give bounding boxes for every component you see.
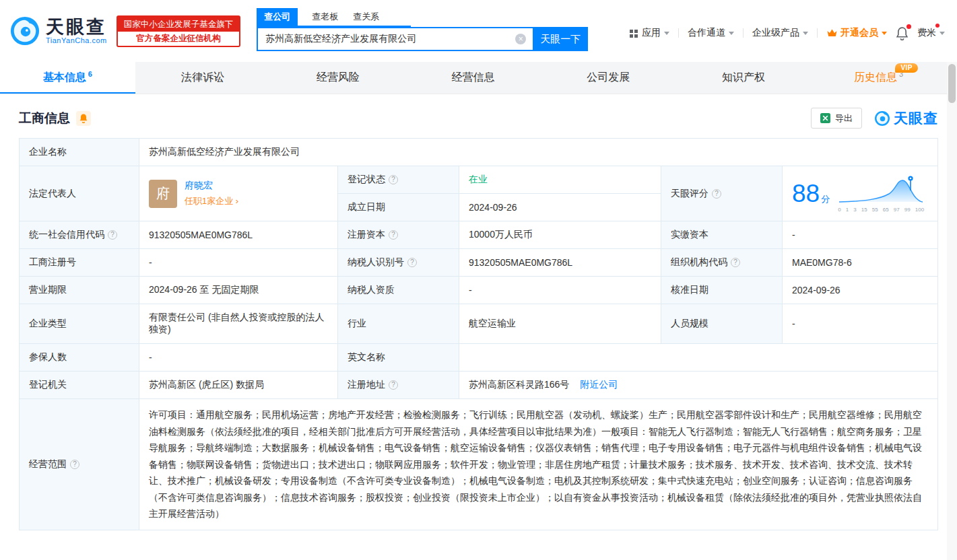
industry-value: 航空运输业 <box>459 304 661 344</box>
tab-history-info[interactable]: 历史信息 3 VIP <box>811 62 946 94</box>
search-tab-relation[interactable]: 查关系 <box>352 8 380 26</box>
business-scope-value: 许可项目：通用航空服务；民用机场运营；房地产开发经营；检验检测服务；飞行训练；民… <box>139 399 938 530</box>
section-title: 工商信息 <box>19 110 70 127</box>
field-label-text: 注册地址 <box>348 379 385 390</box>
nav-partner[interactable]: 合作通道 <box>688 27 734 39</box>
search-input[interactable] <box>257 27 533 51</box>
page-scrollbar[interactable] <box>947 62 957 560</box>
field-label-address: 注册地址 <box>338 372 459 399</box>
chevron-down-icon <box>664 32 669 38</box>
field-label-text: 纳税人识别号 <box>348 256 404 267</box>
export-label: 导出 <box>835 112 853 125</box>
info-icon[interactable] <box>731 258 740 267</box>
nav-vip-label: 开通会员 <box>840 27 878 39</box>
monitor-bell-button[interactable] <box>76 111 91 126</box>
apps-grid-icon <box>630 30 633 33</box>
field-label-reg-no: 工商注册号 <box>20 249 139 277</box>
notifications-button[interactable] <box>896 26 909 40</box>
field-label-reg-status: 登记状态 <box>338 166 459 194</box>
legal-rep-companies-link[interactable]: 任职1家企业 › <box>185 195 238 207</box>
legal-rep-avatar[interactable]: 府 <box>149 180 177 208</box>
main-content: 工商信息 导出 天眼查 <box>0 94 957 530</box>
nearby-companies-link[interactable]: 附近公司 <box>580 379 618 390</box>
axis-tick: 100 <box>915 207 924 213</box>
nav-apps[interactable]: 应用 <box>630 27 669 39</box>
tab-business-info[interactable]: 经营信息 <box>405 62 541 94</box>
watermark-text: 天眼查 <box>894 109 938 128</box>
nav-partner-label: 合作通道 <box>688 27 725 39</box>
axis-tick: 97 <box>894 207 900 213</box>
search-tabs: 查公司 查老板 查关系 <box>257 8 411 27</box>
info-icon[interactable] <box>712 189 721 199</box>
search-tab-boss[interactable]: 查老板 <box>311 8 339 26</box>
score-unit: 分 <box>821 194 830 204</box>
taxpayer-id-value: 91320505MAE0MG786L <box>459 249 661 277</box>
legal-rep-cell: 府 府晓宏 任职1家企业 › <box>139 166 338 221</box>
nav-user[interactable]: 费米 <box>917 27 945 39</box>
tab-operational-risk[interactable]: 经营风险 <box>270 62 405 94</box>
field-label-company-type: 企业类型 <box>20 304 139 344</box>
field-label-taxpayer-quality: 纳税人资质 <box>338 277 459 304</box>
axis-tick: 1 <box>846 207 849 213</box>
monitor-bell-icon <box>79 113 88 123</box>
search-tab-company[interactable]: 查公司 <box>257 8 298 26</box>
search-button[interactable]: 天眼一下 <box>533 27 588 51</box>
tab-label: 经营风险 <box>317 71 360 85</box>
insured-value: - <box>139 344 338 372</box>
scrollbar-thumb[interactable] <box>948 64 956 103</box>
legal-rep-name-link[interactable]: 府晓宏 <box>185 180 238 192</box>
info-icon[interactable] <box>70 460 79 469</box>
field-label-establish-date: 成立日期 <box>338 194 459 221</box>
tianyancha-logo[interactable]: 天眼查 TianYanCha.com <box>9 15 107 46</box>
field-label-text: 天眼评分 <box>671 188 708 199</box>
address-cell: 苏州高新区科灵路166号 附近公司 <box>459 372 938 399</box>
header-nav: 应用 合作通道 企业级产品 开通会员 <box>630 26 945 40</box>
cert-line-2: 官方备案企业征信机构 <box>118 32 240 46</box>
tab-legal-litigation[interactable]: 法律诉讼 <box>135 62 271 94</box>
table-row: 工商注册号 - 纳税人识别号 91320505MAE0MG786L 组织机构代码… <box>20 249 938 277</box>
excel-icon <box>820 113 830 123</box>
tab-label: 公司发展 <box>587 71 630 85</box>
field-label-reg-capital: 注册资本 <box>338 221 459 249</box>
axis-tick: 15 <box>861 207 867 213</box>
axis-tick: 3 <box>853 207 856 213</box>
axis-tick: 65 <box>883 207 889 213</box>
info-icon[interactable] <box>389 380 398 390</box>
taxpayer-quality-value: - <box>459 277 661 304</box>
field-label-industry: 行业 <box>338 304 459 344</box>
logo-text: 天眼查 <box>46 18 107 36</box>
export-button[interactable]: 导出 <box>811 108 862 129</box>
info-icon[interactable] <box>407 258 417 267</box>
nav-vip-upgrade[interactable]: 开通会员 <box>826 27 887 39</box>
section-header: 工商信息 导出 天眼查 <box>19 108 938 129</box>
tab-basic-info[interactable]: 基本信息 6 <box>0 62 135 94</box>
top-header: 天眼查 TianYanCha.com 国家中小企业发展子基金旗下 官方备案企业征… <box>0 0 957 62</box>
tab-intellectual-property[interactable]: 知识产权 <box>676 62 812 94</box>
nav-enterprise[interactable]: 企业级产品 <box>752 27 808 39</box>
vip-badge: VIP <box>895 63 918 73</box>
tab-label: 经营信息 <box>452 71 495 85</box>
info-icon[interactable] <box>108 230 117 240</box>
approve-date-value: 2024-09-26 <box>783 277 938 304</box>
score-value-block: 88分 <box>792 181 830 206</box>
field-label-text: 经营范围 <box>29 458 67 469</box>
table-row: 企业名称 苏州高新低空经济产业发展有限公司 <box>20 139 938 166</box>
field-label-scope: 经营范围 <box>20 399 139 530</box>
score-cell: 88分 <box>783 166 938 221</box>
field-label-legal-rep: 法定代表人 <box>20 166 139 221</box>
score-chart: 0 1 3 15 55 65 97 99 100 <box>838 174 924 213</box>
logo-domain: TianYanCha.com <box>46 36 107 44</box>
tab-company-development[interactable]: 公司发展 <box>541 62 676 94</box>
nav-user-label: 费米 <box>917 27 936 39</box>
nav-divider <box>817 28 818 38</box>
table-row: 经营范围 许可项目：通用航空服务；民用机场运营；房地产开发经营；检验检测服务；飞… <box>20 399 938 530</box>
info-icon[interactable] <box>389 230 398 240</box>
field-label-insured: 参保人数 <box>20 344 139 372</box>
info-icon[interactable] <box>389 175 398 184</box>
term-value: 2024-09-26 至 无固定期限 <box>139 277 338 304</box>
table-row: 登记机关 苏州高新区 (虎丘区) 数据局 注册地址 苏州高新区科灵路166号 附… <box>20 372 938 399</box>
tianyancha-watermark-icon <box>874 110 890 127</box>
tab-label: 法律诉讼 <box>181 71 224 85</box>
reg-status-value[interactable]: 在业 <box>469 174 488 184</box>
tab-label: 历史信息 <box>854 71 897 85</box>
